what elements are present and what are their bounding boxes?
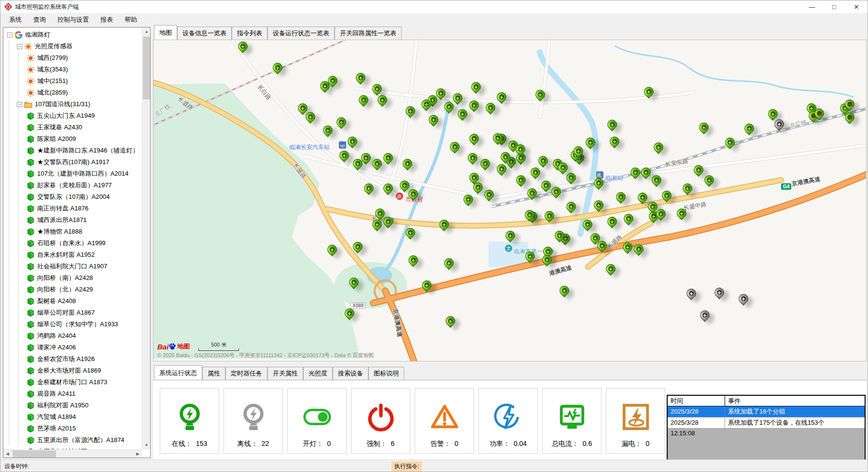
tree-root[interactable]: −临湘路灯 [4,29,142,41]
tree-label: 交警队东（107南）A2004 [37,193,110,201]
event-log-header: 时间 事件 [668,396,865,406]
tree-device-25[interactable]: 观音路 A2411 [4,388,142,400]
map-base-layer [154,40,867,361]
bolt-circle-icon [493,402,523,432]
map-tab-1[interactable]: 地图 [154,25,177,40]
map-tab-5[interactable]: 开关回路属性一览表 [335,27,402,40]
tree-device-28[interactable]: 芭茅塘 A2015 [4,423,142,434]
bottom-tab-5[interactable]: 光照度 [303,367,333,380]
tree-vertical-scrollbar[interactable]: ▲ ▼ [142,28,150,449]
main-area: −临湘路灯−光照度传感器城西(2799)城东(3543)城中(2151)城北(2… [0,26,868,460]
tree-label: 烟草公司对面 A1867 [37,308,95,317]
tree-device-18[interactable]: 烟草公司对面 A1867 [4,307,142,319]
map-footer: Bai 地图 500 米 [157,341,374,359]
status-card-8: 漏电：0 [606,388,665,454]
device-icon [27,390,35,398]
tree-sensor-2[interactable]: 城东(3543) [4,64,142,75]
tree-device-29[interactable]: 五里派出所（富源汽配）A1874 [4,434,142,446]
map-tab-4[interactable]: 设备运行状态一览表 [267,27,335,40]
tree-label: ★交警队西(107南) A1917 [37,158,110,167]
tree-sensor-3[interactable]: 城中(2151) [4,75,142,87]
menu-item-4[interactable]: 报表 [95,14,119,26]
tree-guide-line [9,40,9,445]
bottom-tab-6[interactable]: 搜索设备 [333,367,368,380]
tree-device-24[interactable]: 金桥建材市场门口 A1873 [4,376,142,388]
tree-device-27[interactable]: 汽贸城 A1894 [4,411,142,423]
vscroll-thumb[interactable] [143,37,150,99]
tree-device-20[interactable]: 鸿鹤路 A2404 [4,330,142,342]
tree-sensor-4[interactable]: 城北(2859) [4,87,142,98]
tree-device-13[interactable]: 自来水斜对面 A1952 [4,249,142,261]
close-button[interactable]: ✕ [845,0,868,13]
tree-horizontal-scrollbar[interactable]: ◀ ▶ [3,449,142,458]
card-value: 0 [455,440,459,448]
minimize-button[interactable]: — [801,0,823,13]
tree-expander-icon[interactable]: − [17,44,22,49]
bottom-tab-1[interactable]: 系统运行状态 [154,365,202,380]
hscroll-thumb[interactable] [13,450,56,458]
tree-device-3[interactable]: 陈家组 A2009 [4,133,142,145]
tree-device-23[interactable]: 金桥大市场对面 A1869 [4,365,142,376]
device-icon [27,413,35,421]
bottom-tab-3[interactable]: 定时器任务 [225,367,267,380]
tree-device-14[interactable]: 社会福利院大门口 A1907 [4,261,142,272]
card-label: 离线： [238,440,258,448]
scroll-down-icon[interactable]: ▼ [142,441,151,449]
tree-device-12[interactable]: 石咀桥（自来水）A1999 [4,237,142,249]
map-tab-3[interactable]: 指令列表 [232,27,267,40]
tree-label: 城北(2859) [37,88,68,97]
tree-device-10[interactable]: 城西派出所A1871 [4,214,142,226]
scroll-left-icon[interactable]: ◀ [3,450,12,458]
tree-expander-icon[interactable]: − [7,32,13,38]
tree-label: 梨树巷 A2408 [37,297,76,305]
event-row-1[interactable]: 2025/3/28 12:15:08系统加载了16个分组 [668,406,865,417]
tree-device-1[interactable]: 五尖山大门东 A1949 [4,110,142,122]
device-icon [27,112,35,120]
tree-device-17[interactable]: 梨树巷 A2408 [4,295,142,307]
bottom-panel: 系统运行状态属性定时器任务开关属性光照度搜索设备图标说明 在线：153离线：22… [153,361,867,460]
tree-device-11[interactable]: ★博物馆 A1888 [4,226,142,237]
menu-item-2[interactable]: 查询 [28,14,52,26]
tree-device-5[interactable]: ★交警队西(107南) A1917 [4,156,142,168]
tree-device-15[interactable]: 向阳桥（南）A2428 [4,272,142,284]
tree-device-9[interactable]: 南正街转盘 A1876 [4,203,142,214]
sun-icon [27,77,35,85]
tree-device-26[interactable]: 福利院对面 A1950 [4,400,142,411]
tree-device-16[interactable]: 向阳桥（北）A2429 [4,284,142,295]
tree-label: 自来水斜对面 A1952 [37,250,95,259]
menu-item-3[interactable]: 控制与设置 [52,14,95,26]
tree-device-6[interactable]: 107北（建新中路路口西）A2014 [4,168,142,180]
tree-device-22[interactable]: 金桥农贸市场 A1926 [4,353,142,365]
card-value: 0.04 [514,440,527,448]
scroll-up-icon[interactable]: ▲ [142,28,151,36]
tree-expander-icon[interactable]: − [17,102,22,107]
event-row-2[interactable]: 2025/3/28 12:15:08系统加载了175个设备，在线153个 [668,417,865,429]
tree-label: 福利院对面 A1950 [37,401,88,410]
tree-device-8[interactable]: 交警队东（107南）A2004 [4,191,142,203]
tree-label: 烟草公司（求知中学）A1933 [37,320,118,329]
sun-face-icon [24,42,32,51]
map[interactable]: ++++++++++++++++++++++++++++++++++++++++… [153,40,867,361]
menu-item-1[interactable]: 系统 [3,14,28,26]
tree-device-7[interactable]: 彭家巷（党校后面）A1977 [4,180,142,191]
bottom-tab-7[interactable]: 图标说明 [368,367,404,380]
tree-sensor-1[interactable]: 城西(2799) [4,52,142,64]
device-icon [27,378,35,387]
tree-device-2[interactable]: 王家珑巷 A2430 [4,122,142,133]
maximize-button[interactable]: □ [823,0,845,13]
menu-item-5[interactable]: 帮助 [119,14,143,26]
tree-device-4[interactable]: ★建新中路路口东 A1946（辅道灯） [4,145,142,156]
tree-group-road107[interactable]: −107国道沿线(31/31) [4,98,142,110]
card-value: 6 [391,440,395,448]
scroll-right-icon[interactable]: ▶ [134,450,142,458]
tree-device-19[interactable]: 烟草公司（求知中学）A1933 [4,319,142,330]
tree-device-30[interactable]: 中石化加油站对面 A1897 [4,446,142,449]
bottom-tab-4[interactable]: 开关属性 [267,367,303,380]
event-text: 系统加载了16个分组 [725,406,865,417]
map-tab-2[interactable]: 设备信息一览表 [177,27,232,40]
tree-group-sensors[interactable]: −光照度传感器 [4,41,142,52]
bottom-tab-2[interactable]: 属性 [202,367,225,380]
tree-label: 五尖山大门东 A1949 [37,111,95,120]
tree-device-21[interactable]: 谭家冲 A2406 [4,342,142,353]
card-value: 0 [327,440,331,448]
